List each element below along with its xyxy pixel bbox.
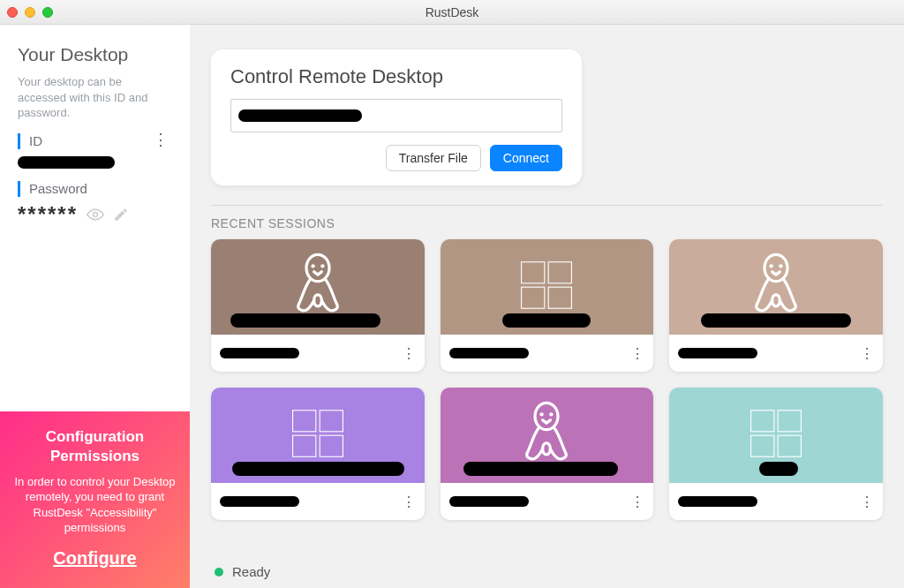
permissions-body: In order to control your Desktop remotel…: [14, 474, 176, 536]
session-card-hero: [441, 388, 654, 483]
svg-rect-19: [778, 411, 801, 432]
session-menu-button[interactable]: ⋮: [402, 494, 416, 510]
svg-point-2: [311, 264, 314, 268]
session-card-hero: [211, 239, 425, 335]
show-password-icon[interactable]: [87, 206, 104, 223]
linux-icon: [287, 251, 349, 323]
minimize-window-button[interactable]: [25, 7, 35, 18]
session-name-redacted: [502, 313, 591, 328]
svg-point-15: [535, 403, 558, 429]
svg-rect-11: [292, 411, 315, 432]
session-card[interactable]: ⋮: [441, 388, 654, 520]
recent-sessions-label: RECENT SESSIONS: [211, 216, 883, 230]
remote-id-value-redacted: [238, 109, 362, 122]
session-card-hero: [669, 388, 883, 483]
control-remote-title: Control Remote Desktop: [230, 65, 562, 88]
windows-icon: [516, 254, 577, 320]
svg-point-3: [320, 264, 324, 268]
linux-icon: [516, 399, 577, 471]
windows-icon: [745, 403, 807, 468]
main-area: Control Remote Desktop Transfer File Con…: [190, 25, 904, 588]
session-menu-button[interactable]: ⋮: [402, 345, 416, 362]
status-bar: Ready: [211, 555, 883, 579]
svg-point-0: [94, 212, 98, 216]
permissions-card: Configuration Permissions In order to co…: [0, 411, 190, 588]
session-name-redacted: [232, 462, 404, 476]
status-text: Ready: [232, 564, 270, 579]
windows-icon: [287, 403, 349, 468]
session-card[interactable]: ⋮: [211, 239, 425, 372]
session-menu-button[interactable]: ⋮: [630, 345, 644, 362]
session-id-redacted: [220, 348, 299, 358]
window-controls: [7, 7, 53, 18]
remote-id-input[interactable]: [230, 99, 562, 132]
svg-point-8: [765, 254, 787, 281]
connect-button[interactable]: Connect: [490, 145, 562, 171]
session-card-footer: ⋮: [669, 335, 883, 372]
session-card-footer: ⋮: [441, 483, 654, 520]
session-name-redacted: [463, 462, 618, 476]
session-card[interactable]: ⋮: [669, 239, 883, 372]
svg-point-1: [306, 254, 329, 281]
linux-icon: [745, 251, 807, 323]
session-menu-button[interactable]: ⋮: [630, 494, 644, 510]
svg-rect-14: [320, 435, 343, 456]
svg-rect-18: [751, 411, 774, 432]
control-remote-card: Control Remote Desktop Transfer File Con…: [211, 49, 582, 185]
session-card[interactable]: ⋮: [441, 239, 654, 372]
svg-rect-12: [320, 411, 343, 432]
svg-point-9: [770, 264, 773, 268]
svg-rect-5: [549, 262, 572, 283]
session-card-footer: ⋮: [441, 335, 654, 372]
close-window-button[interactable]: [7, 7, 18, 18]
session-card-footer: ⋮: [669, 483, 883, 520]
svg-rect-6: [522, 287, 545, 308]
edit-password-icon[interactable]: [113, 207, 129, 222]
session-id-redacted: [449, 348, 529, 358]
window-title: RustDesk: [0, 5, 904, 19]
svg-rect-13: [292, 435, 315, 456]
session-id-redacted: [449, 496, 529, 507]
permissions-title: Configuration Permissions: [14, 427, 176, 465]
svg-rect-7: [549, 287, 572, 308]
divider: [211, 205, 883, 206]
session-name-redacted: [701, 313, 851, 328]
session-card-footer: ⋮: [211, 335, 425, 372]
configure-link[interactable]: Configure: [53, 548, 136, 568]
your-desktop-description: Your desktop can be accessed with this I…: [18, 74, 172, 121]
session-card-hero: [441, 239, 654, 335]
session-card-hero: [669, 239, 883, 335]
session-id-redacted: [678, 348, 757, 358]
recent-sessions-grid: ⋮ ⋮ ⋮ ⋮ ⋮ ⋮: [211, 239, 883, 520]
fullscreen-window-button[interactable]: [42, 7, 53, 18]
session-name-redacted: [759, 462, 798, 476]
id-menu-button[interactable]: ⋮: [153, 133, 169, 146]
svg-rect-20: [751, 435, 774, 456]
svg-rect-21: [778, 435, 801, 456]
id-label: ID: [29, 133, 42, 148]
your-desktop-heading: Your Desktop: [18, 44, 172, 65]
session-menu-button[interactable]: ⋮: [860, 345, 874, 362]
session-id-redacted: [220, 496, 299, 507]
password-section: Password: [18, 181, 172, 197]
session-card[interactable]: ⋮: [211, 388, 425, 520]
id-value-redacted: [18, 156, 115, 169]
session-card-footer: ⋮: [211, 483, 425, 520]
svg-point-17: [550, 412, 554, 416]
id-section: ID ⋮: [18, 133, 172, 149]
password-value-masked: ******: [18, 202, 78, 227]
sidebar: Your Desktop Your desktop can be accesse…: [0, 25, 190, 588]
session-name-redacted: [230, 313, 380, 328]
session-card[interactable]: ⋮: [669, 388, 883, 520]
transfer-file-button[interactable]: Transfer File: [386, 145, 481, 171]
password-label: Password: [29, 181, 87, 196]
session-card-hero: [211, 388, 425, 483]
session-menu-button[interactable]: ⋮: [860, 494, 874, 510]
svg-point-10: [779, 264, 782, 268]
status-indicator-icon: [215, 568, 223, 577]
svg-point-16: [540, 412, 544, 416]
svg-rect-4: [522, 262, 545, 283]
titlebar: RustDesk: [0, 0, 904, 25]
session-id-redacted: [678, 496, 757, 507]
